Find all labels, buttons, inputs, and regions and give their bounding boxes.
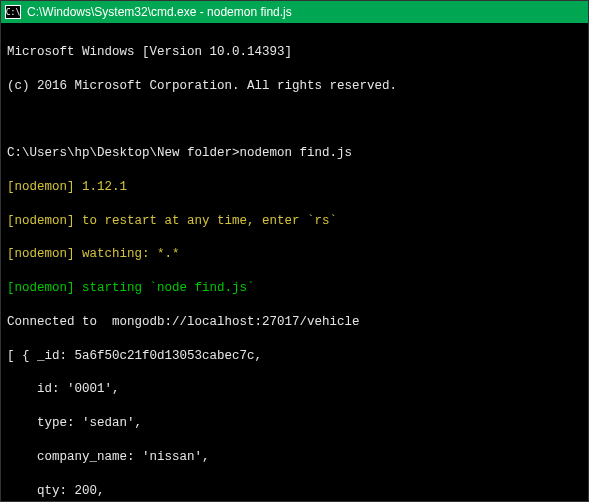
output-line: company_name: 'nissan', [7,449,582,466]
connected-line: Connected to mongodb://localhost:27017/v… [7,314,582,331]
nodemon-version: 1.12.1 [75,180,128,194]
nodemon-version-line: [nodemon] 1.12.1 [7,179,582,196]
nodemon-watching-line: [nodemon] watching: *.* [7,246,582,263]
nodemon-prefix: [nodemon] [7,214,75,228]
nodemon-restart-line: [nodemon] to restart at any time, enter … [7,213,582,230]
nodemon-watching: watching: *.* [75,247,180,261]
output-line: id: '0001', [7,381,582,398]
window-titlebar[interactable]: C:\ C:\Windows\System32\cmd.exe - nodemo… [1,1,588,23]
nodemon-prefix: [nodemon] [7,247,75,261]
header-copyright: (c) 2016 Microsoft Corporation. All righ… [7,78,582,95]
window-title: C:\Windows\System32\cmd.exe - nodemon fi… [27,5,292,19]
output-line: [ { _id: 5a6f50c21f0d13053cabec7c, [7,348,582,365]
nodemon-starting-line: [nodemon] starting `node find.js` [7,280,582,297]
cmd-icon: C:\ [5,5,21,19]
prompt-path: C:\Users\hp\Desktop\New folder> [7,146,240,160]
prompt-command: nodemon find.js [240,146,353,160]
nodemon-prefix: [nodemon] [7,180,75,194]
output-line: qty: 200, [7,483,582,500]
output-line: type: 'sedan', [7,415,582,432]
nodemon-prefix: [nodemon] [7,281,75,295]
header-version: Microsoft Windows [Version 10.0.14393] [7,44,582,61]
prompt-line: C:\Users\hp\Desktop\New folder>nodemon f… [7,145,582,162]
nodemon-restart: to restart at any time, enter `rs` [75,214,338,228]
terminal-output: Microsoft Windows [Version 10.0.14393] (… [1,23,588,502]
nodemon-starting: starting `node find.js` [75,281,255,295]
blank-line [7,111,582,128]
